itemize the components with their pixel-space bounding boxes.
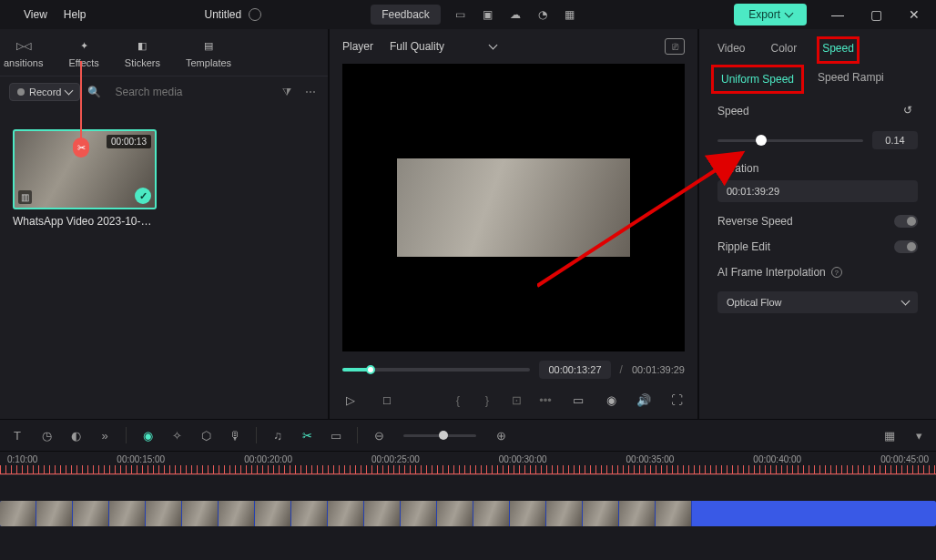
export-button[interactable]: Export — [734, 4, 807, 25]
marker-icon[interactable]: ⬡ — [198, 427, 214, 443]
speed-value[interactable]: 0.14 — [872, 131, 918, 149]
tab-stickers[interactable]: ◧ Stickers — [125, 36, 160, 68]
tab-video[interactable]: Video — [717, 42, 745, 58]
speed-sub-tabs: Uniform Speed Speed Ramping — [699, 66, 936, 97]
scissors-icon[interactable]: ✂ — [73, 137, 89, 158]
fullscreen-icon[interactable]: ⛶ — [668, 392, 685, 408]
progress-thumb[interactable] — [366, 365, 375, 374]
zoom-thumb[interactable] — [439, 431, 448, 440]
total-time: 00:01:39:29 — [632, 364, 685, 375]
split-icon[interactable]: ✂ — [299, 427, 315, 443]
maximize-button[interactable]: ▢ — [861, 4, 890, 25]
ai-interpolation-dropdown[interactable]: Optical Flow — [717, 291, 918, 313]
tab-speed[interactable]: Speed — [822, 42, 854, 58]
tab-label: Stickers — [125, 57, 160, 68]
color-tool-icon[interactable]: ◐ — [67, 427, 84, 443]
cloud-upload-icon[interactable]: ☁ — [508, 7, 523, 22]
duration-field[interactable]: 00:01:39:29 — [717, 180, 918, 202]
filter-icon[interactable]: ⧩ — [279, 86, 295, 98]
headphones-icon[interactable]: ◔ — [535, 7, 550, 22]
track-options-icon[interactable]: ▦ — [881, 427, 898, 443]
chevron-down-icon — [786, 8, 792, 21]
player-panel: Player Full Quality ⎚ 00:00:13:27 / 00:0… — [330, 29, 699, 419]
voiceover-icon[interactable]: ✧ — [168, 427, 185, 443]
snapshot-icon[interactable]: ⎚ — [665, 38, 685, 55]
tab-speed-ramping[interactable]: Speed Ramping — [818, 71, 883, 87]
save-icon[interactable]: ▣ — [481, 7, 495, 22]
cloud-sync-icon[interactable] — [249, 8, 261, 21]
camera-icon[interactable]: ◉ — [603, 392, 619, 408]
record-button[interactable]: Record — [9, 83, 80, 101]
apps-grid-icon[interactable]: ▦ — [563, 7, 577, 22]
duration-label: Duration — [717, 162, 918, 175]
device-icon[interactable]: ▭ — [453, 7, 468, 22]
ai-option-value: Optical Flow — [727, 297, 782, 308]
help-icon[interactable]: ? — [831, 267, 842, 278]
ai-tool-icon[interactable]: ◉ — [139, 427, 156, 443]
clip-name: WhatsApp Video 2023-10-05... — [13, 215, 157, 228]
speed-slider[interactable] — [717, 139, 863, 142]
video-track-clip[interactable] — [0, 501, 936, 526]
timeline-toolbar: T ◷ ◐ » ◉ ✧ ⬡ 🎙 ♫ ✂ ▭ ⊖ ⊕ ▦ ▾ — [0, 420, 936, 452]
chevron-down-icon — [66, 87, 72, 97]
close-button[interactable]: ✕ — [900, 4, 929, 25]
media-library-panel: ▷◁ ansitions ✦ Effects ◧ Stickers ▤ Temp… — [0, 29, 330, 419]
tab-label: Templates — [186, 57, 231, 68]
reverse-speed-toggle[interactable] — [894, 215, 918, 228]
timeline-ruler[interactable]: 0:10:00 00:00:15:00 00:00:20:00 00:00:25… — [0, 452, 936, 475]
zoom-in-icon[interactable]: ⊕ — [493, 427, 509, 443]
ruler-tick: 00:00:25:00 — [371, 454, 420, 464]
main-menu: View Help — [24, 8, 86, 21]
mic-icon[interactable]: 🎙 — [227, 427, 243, 443]
ruler-tick: 00:00:20:00 — [244, 454, 292, 464]
menu-view[interactable]: View — [24, 8, 47, 21]
duration-badge: 00:00:13 — [107, 135, 151, 148]
timeline-playhead[interactable]: ✂ — [75, 61, 87, 158]
ruler-tick: 00:00:45:00 — [880, 454, 929, 464]
ratio-icon[interactable]: ⊡ — [508, 392, 524, 408]
more-menu-icon[interactable]: ⋯ — [302, 86, 319, 98]
export-label: Export — [748, 8, 780, 21]
feedback-button[interactable]: Feedback — [371, 5, 441, 25]
play-button[interactable]: ▷ — [342, 392, 359, 408]
crop-tool-icon[interactable]: ◷ — [38, 427, 55, 443]
tab-color[interactable]: Color — [770, 42, 797, 58]
quality-dropdown[interactable]: Full Quality — [390, 40, 496, 53]
ripple-edit-row: Ripple Edit — [717, 240, 918, 253]
effects-icon: ✦ — [75, 36, 93, 55]
text-icon[interactable]: ••• — [537, 392, 554, 408]
search-input[interactable] — [109, 82, 271, 102]
speed-slider-row: 0.14 — [717, 131, 918, 149]
minimize-button[interactable]: ― — [823, 4, 852, 25]
media-grid: 00:00:13 ▥ ✓ WhatsApp Video 2023-10-05..… — [0, 107, 328, 249]
tab-transitions[interactable]: ▷◁ ansitions — [4, 36, 43, 68]
chevron-down-icon — [902, 297, 909, 308]
zoom-out-icon[interactable]: ⊖ — [371, 427, 387, 443]
ripple-edit-toggle[interactable] — [894, 240, 918, 253]
volume-icon[interactable]: 🔊 — [636, 392, 652, 408]
reset-icon[interactable]: ↺ — [903, 104, 918, 118]
menu-help[interactable]: Help — [64, 8, 86, 21]
speed-slider-thumb[interactable] — [756, 135, 767, 146]
freeze-icon[interactable]: ▭ — [328, 427, 344, 443]
music-icon[interactable]: ♫ — [270, 427, 286, 443]
player-label: Player — [342, 40, 373, 53]
playback-progress: 00:00:13:27 / 00:01:39:29 — [330, 351, 697, 388]
tab-templates[interactable]: ▤ Templates — [186, 36, 231, 68]
mark-in-icon[interactable]: { — [450, 392, 466, 408]
timeline-panel: T ◷ ◐ » ◉ ✧ ⬡ 🎙 ♫ ✂ ▭ ⊖ ⊕ ▦ ▾ 0:10:00 00… — [0, 419, 936, 560]
preview-viewport[interactable] — [342, 64, 685, 351]
tab-uniform-speed[interactable]: Uniform Speed — [717, 71, 798, 87]
chevron-down-icon — [490, 40, 496, 53]
text-tool-icon[interactable]: T — [9, 427, 25, 443]
property-tabs: Video Color Speed — [699, 29, 936, 66]
mark-out-icon[interactable]: } — [479, 392, 495, 408]
zoom-slider[interactable] — [403, 434, 476, 437]
display-icon[interactable]: ▭ — [570, 392, 586, 408]
track-settings-icon[interactable]: ▾ — [911, 427, 927, 443]
more-tools-icon[interactable]: » — [97, 427, 113, 443]
ai-interpolation-row: AI Frame Interpolation ? — [717, 266, 918, 279]
stop-button[interactable]: □ — [379, 392, 395, 408]
progress-slider[interactable] — [342, 368, 530, 372]
reverse-speed-label: Reverse Speed — [717, 215, 793, 228]
